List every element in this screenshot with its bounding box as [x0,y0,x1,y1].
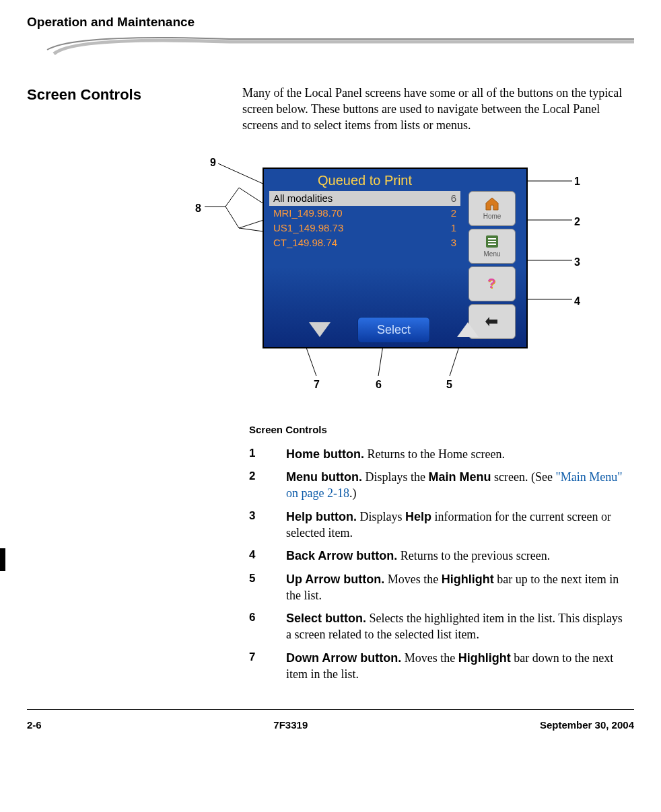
screen-controls-figure: 9 8 1 2 3 4 5 6 7 Queued to Print All mo… [195,154,633,423]
home-button[interactable]: Home [468,191,516,226]
header-swoosh [27,34,634,58]
figure-caption: Screen Controls [249,423,634,437]
page-edge-tab [0,548,5,571]
list-item[interactable]: US1_149.98.73 1 [269,221,460,235]
svg-line-3 [225,207,239,228]
page-footer: 2-6 7F3319 September 30, 2004 [27,716,634,732]
callout-6: 6 [376,377,382,392]
list-count: 6 [451,192,456,205]
svg-text:?: ? [487,276,495,291]
menu-icon [483,233,501,250]
legend-item: 5 Up Arrow button. Moves the Highlight b… [249,571,626,604]
up-arrow-button[interactable] [457,322,479,337]
house-icon [483,196,501,212]
callout-4: 4 [574,294,580,309]
list-item[interactable]: CT_149.98.74 3 [269,235,460,250]
callout-5: 5 [446,377,452,392]
legend-number: 2 [249,469,286,502]
section-heading: Screen Controls [27,85,242,105]
question-icon: ?? [483,276,501,292]
intro-paragraph: Many of the Local Panel screens have som… [242,85,634,134]
doc-number: 7F3319 [273,718,308,732]
list-count: 3 [451,236,456,250]
legend-number: 5 [249,571,286,604]
callout-2: 2 [574,215,580,229]
help-button[interactable]: ?? [468,266,516,301]
select-button[interactable]: Select [357,317,430,342]
legend-number: 7 [249,650,286,683]
callout-3: 3 [574,255,580,270]
legend-item: 7 Down Arrow button. Moves the Highlight… [249,650,626,683]
legend-item: 6 Select button. Selects the highlighted… [249,610,626,643]
legend-number: 6 [249,610,286,643]
local-panel-screenshot: Queued to Print All modalities 6 MRI_149… [263,168,528,348]
menu-label: Menu [483,250,500,259]
running-header: Operation and Maintenance [27,13,634,31]
down-arrow-button[interactable] [309,322,330,337]
legend-item: 4 Back Arrow button. Returns to the prev… [249,548,626,564]
list-item[interactable]: All modalities 6 [269,191,460,206]
callout-9: 9 [210,155,216,170]
legend-item: 1 Home button. Returns to the Home scree… [249,446,626,462]
home-label: Home [483,212,501,221]
legend-number: 1 [249,446,286,462]
list-item[interactable]: MRI_149.98.70 2 [269,206,460,221]
legend-item: 3 Help button. Displays Help information… [249,509,626,542]
callout-8: 8 [195,201,201,216]
list-label: MRI_149.98.70 [273,207,343,220]
list-label: CT_149.98.74 [273,236,337,250]
panel-title: Queued to Print [264,169,466,191]
list-label: All modalities [273,192,333,205]
legend-list: 1 Home button. Returns to the Home scree… [249,446,626,683]
legend-item: 2 Menu button. Displays the Main Menu sc… [249,469,626,502]
legend-number: 3 [249,509,286,542]
legend-number: 4 [249,548,286,564]
footer-rule [27,709,634,710]
callout-1: 1 [574,174,580,189]
page-number: 2-6 [27,718,42,732]
callout-7: 7 [314,377,320,392]
menu-button[interactable]: Menu [468,229,516,264]
list-label: US1_149.98.73 [273,221,343,235]
list-count: 1 [451,221,456,235]
doc-date: September 30, 2004 [540,718,634,732]
list-count: 2 [451,207,456,220]
svg-line-2 [225,188,239,207]
